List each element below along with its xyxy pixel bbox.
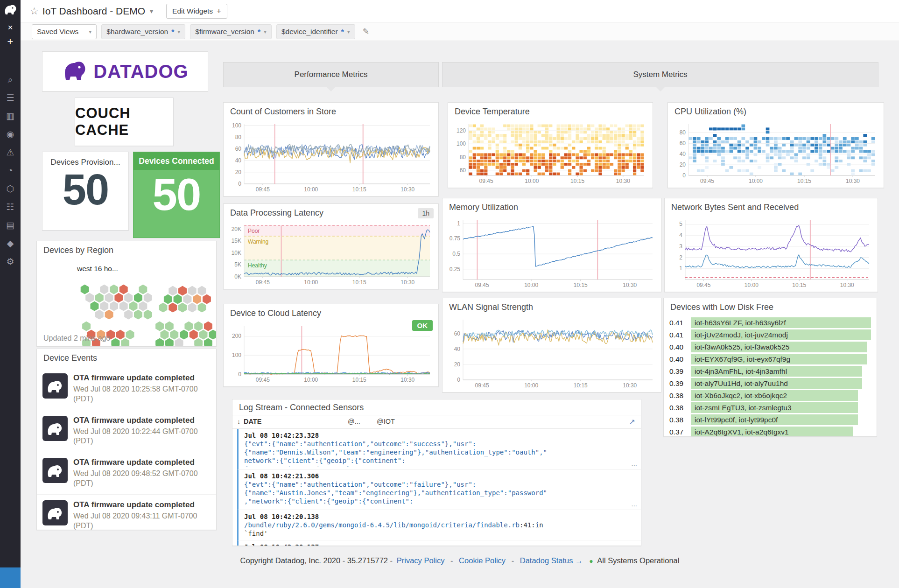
- low-disk-bar: iot-jUv24modJ, iot-juv24modj: [691, 329, 871, 340]
- svg-text:10:00: 10:00: [304, 377, 318, 383]
- errors-icon[interactable]: ⚠: [6, 147, 14, 158]
- log-truncated-ellipsis: ...: [631, 459, 637, 467]
- group-header-system[interactable]: System Metrics: [442, 62, 878, 87]
- close-icon[interactable]: ×: [0, 22, 21, 33]
- network-icon[interactable]: ⬡: [7, 184, 14, 194]
- template-variable-pill[interactable]: $firmware_version * ▾: [190, 24, 272, 39]
- cookie-policy-link[interactable]: Cookie Policy: [459, 556, 506, 565]
- sort-arrow-icon[interactable]: ↓: [237, 418, 240, 425]
- add-icon[interactable]: +: [0, 35, 21, 48]
- low-disk-row[interactable]: 0.38 iot-lYt99pc0f, iot-lyt99pc0f: [669, 414, 871, 426]
- widget-title: WLAN Signal Strength: [442, 298, 661, 314]
- event-body: OTA firmware update completed Wed Jul 08…: [73, 458, 211, 489]
- apm-icon[interactable]: ◉: [7, 129, 14, 140]
- svg-text:10:15: 10:15: [352, 186, 366, 193]
- event-item[interactable]: OTA firmware update completed Wed Jul 08…: [37, 368, 216, 410]
- column-attr[interactable]: @...: [348, 418, 360, 425]
- event-item[interactable]: OTA firmware update completed Wed Jul 08…: [37, 494, 216, 530]
- help-button[interactable]: [0, 567, 21, 588]
- privacy-policy-link[interactable]: Privacy Policy: [397, 556, 445, 565]
- widget-title: Device Temperature: [448, 103, 653, 119]
- svg-text:10:15: 10:15: [352, 279, 366, 286]
- region-hexmap-chart[interactable]: [37, 255, 216, 346]
- settings-icon[interactable]: ⚙: [6, 257, 14, 267]
- template-variable-pill[interactable]: $device_identifier * ▾: [276, 24, 355, 39]
- network-bytes-chart[interactable]: 1234509:4510:0010:1510:30: [667, 216, 874, 289]
- open-in-explorer-icon[interactable]: ↗: [629, 417, 635, 426]
- datadog-dog-icon: [62, 59, 88, 84]
- low-disk-label: iot-jUv24modJ, iot-juv24modj: [695, 331, 788, 339]
- cloud-latency-chart[interactable]: 010020009:4510:0010:1510:30: [225, 322, 435, 384]
- cpu-utilization-heatmap[interactable]: 02040608009:4510:0010:1510:30: [670, 120, 880, 185]
- wlan-signal-chart[interactable]: 020406009:4510:0010:1510:30: [444, 316, 657, 389]
- svg-text:20: 20: [235, 169, 242, 175]
- event-title: OTA firmware update completed: [73, 500, 211, 510]
- low-disk-value: 0.40: [669, 343, 691, 351]
- svg-text:Warning: Warning: [248, 238, 268, 245]
- low-disk-label: iot-4jn3AmFhL, iot-4jn3amfhl: [695, 367, 787, 376]
- template-variable-pill[interactable]: $hardware_version * ▾: [101, 24, 185, 39]
- svg-text:10:30: 10:30: [623, 282, 637, 288]
- log-row[interactable]: Jul 08 10:42:20.138/bundle/ruby/2.6.0/ge…: [237, 510, 641, 540]
- low-disk-row[interactable]: 0.41 iot-h63sY6LZF, iot-h63sy6lzf: [669, 317, 871, 329]
- sidebar-nav: ⌕ ☰ ▥ ◉ ⚠ ◔ ⬡ ☷ ▤ ◆ ⚙: [0, 75, 21, 267]
- processes-icon[interactable]: ☷: [6, 202, 14, 212]
- low-disk-row[interactable]: 0.38 iot-zsmLEgTU3, iot-zsmlegtu3: [669, 402, 871, 413]
- memory-utilization-chart[interactable]: 0.250.50.75109:4510:0010:1510:30: [444, 216, 657, 289]
- synthetics-icon[interactable]: ◔: [7, 166, 13, 176]
- timeframe-badge[interactable]: 1h: [418, 208, 434, 218]
- low-disk-track: iot-jUv24modJ, iot-juv24modj: [691, 329, 871, 340]
- saved-views-select[interactable]: Saved Views ▾: [32, 24, 97, 39]
- low-disk-row[interactable]: 0.39 iot-4jn3AmFhL, iot-4jn3amfhl: [669, 365, 871, 377]
- template-variable-pills: $hardware_version * ▾ $firmware_version …: [101, 24, 355, 39]
- log-row[interactable]: Jul 08 10:42:21.306{"evt":{"name":"authe…: [237, 469, 641, 510]
- svg-text:10:15: 10:15: [574, 282, 588, 288]
- low-disk-row[interactable]: 0.41 iot-jUv24modJ, iot-juv24modj: [669, 329, 871, 341]
- low-disk-track: iot-aly7Uu1Hd, iot-aly7uu1hd: [691, 378, 871, 389]
- log-row[interactable]: Jul 08 10:42:23.328{"evt":{"name":"authe…: [237, 429, 641, 469]
- widget-count-customers: Count of Customers in Store 020406080100…: [223, 102, 439, 196]
- metrics-icon[interactable]: ▥: [6, 111, 14, 121]
- low-disk-label: iot-lYt99pc0f, iot-lyt99pc0f: [695, 416, 778, 424]
- group-header-performance[interactable]: Performance Metrics: [223, 62, 439, 87]
- low-disk-row[interactable]: 0.39 iot-aly7Uu1Hd, iot-aly7uu1hd: [669, 378, 871, 389]
- edit-widgets-button[interactable]: Edit Widgets +: [166, 4, 227, 19]
- low-disk-track: iot-4jn3AmFhL, iot-4jn3amfhl: [691, 366, 871, 377]
- low-disk-row[interactable]: 0.40 iot-EYX67qf9G, iot-eyx67qf9g: [669, 353, 871, 365]
- datadog-status-link[interactable]: Datadog Status →: [520, 556, 583, 565]
- region-updated-label: Updated 2 mins ago: [43, 334, 110, 343]
- svg-text:200: 200: [232, 333, 241, 339]
- customers-chart[interactable]: 02040608010009:4510:0010:1510:30: [225, 120, 435, 193]
- template-variable-value: *: [341, 28, 344, 36]
- device-temperature-heatmap[interactable]: 608010012009:4510:0010:1510:30: [450, 120, 649, 185]
- svg-text:10:00: 10:00: [525, 178, 539, 184]
- favorite-star-icon[interactable]: ☆: [30, 6, 39, 17]
- separator: -: [512, 556, 514, 565]
- low-disk-row[interactable]: 0.37 iot-A2q6tgXV1, iot-a2q6tgxv1: [669, 426, 871, 437]
- low-disk-row[interactable]: 0.40 iot-f3wA0k525, iot-f3wa0k525: [669, 341, 871, 353]
- datadog-wordmark: DATADOG: [93, 61, 188, 82]
- watchdog-icon[interactable]: ☰: [6, 93, 14, 103]
- svg-text:09:45: 09:45: [696, 282, 710, 288]
- region-annotation: west 16 ho...: [77, 265, 118, 273]
- event-item[interactable]: OTA firmware update completed Wed Jul 08…: [37, 452, 216, 494]
- event-title: OTA firmware update completed: [73, 416, 211, 425]
- low-disk-row[interactable]: 0.38 iot-Xb6oJkqc2, iot-xb6ojkqc2: [669, 390, 871, 401]
- svg-text:10:30: 10:30: [400, 186, 414, 193]
- svg-text:10:15: 10:15: [570, 178, 584, 184]
- search-icon[interactable]: ⌕: [8, 75, 13, 85]
- processing-latency-chart[interactable]: PoorWarningHealthy0K5K10K15K20K09:4510:0…: [225, 222, 435, 286]
- dashboard-title: IoT Dashboard - DEMO: [42, 6, 145, 17]
- svg-text:10:30: 10:30: [623, 382, 637, 389]
- column-date[interactable]: DATE: [244, 418, 261, 425]
- logs-icon[interactable]: ▤: [6, 220, 14, 231]
- couch-cache-wordmark: COUCH CACHE: [75, 98, 173, 146]
- low-disk-value: 0.41: [669, 319, 691, 327]
- datadog-logo-icon[interactable]: [3, 4, 17, 16]
- log-row[interactable]: Jul 08 10:42:20.137: [237, 540, 641, 546]
- security-icon[interactable]: ◆: [7, 238, 14, 249]
- edit-variables-pencil-icon[interactable]: ✎: [363, 27, 369, 36]
- column-iot[interactable]: @IOT: [377, 418, 395, 425]
- event-item[interactable]: OTA firmware update completed Wed Jul 08…: [37, 410, 216, 452]
- chevron-down-icon[interactable]: ▾: [150, 7, 153, 15]
